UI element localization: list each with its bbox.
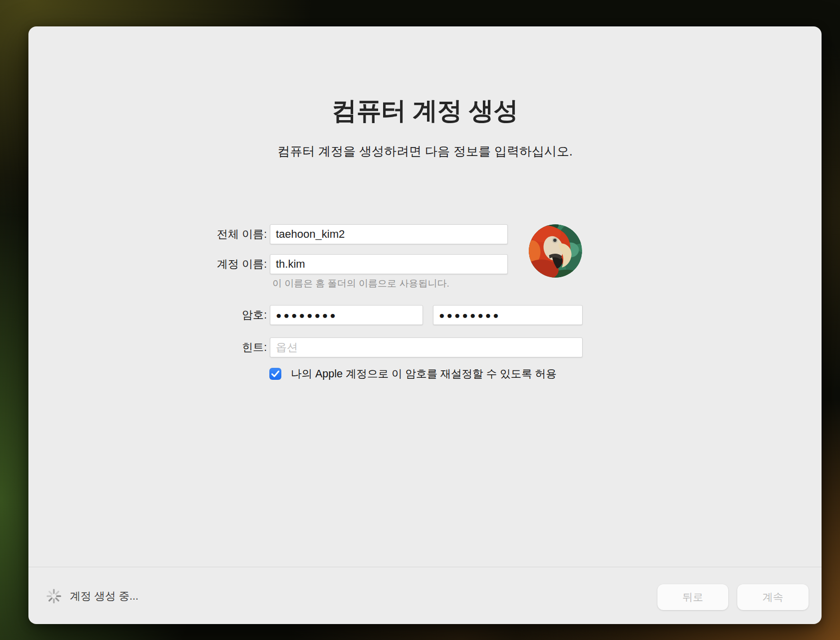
back-button[interactable]: 뒤로 <box>657 584 728 610</box>
setup-assistant-window: 컴퓨터 계정 생성 컴퓨터 계정을 생성하려면 다음 정보를 입력하십시오. 전… <box>28 26 822 624</box>
verify-password-input[interactable] <box>433 305 583 325</box>
full-name-input[interactable] <box>270 224 508 244</box>
apple-reset-checkbox-label[interactable]: 나의 Apple 계정으로 이 암호를 재설정할 수 있도록 허용 <box>291 367 557 380</box>
hint-label: 힌트: <box>147 337 267 357</box>
checkmark-icon <box>269 368 281 380</box>
hint-input[interactable] <box>270 337 583 357</box>
progress-spinner-icon <box>45 588 62 605</box>
page-title: 컴퓨터 계정 생성 <box>28 94 822 128</box>
page-subtitle: 컴퓨터 계정을 생성하려면 다음 정보를 입력하십시오. <box>28 143 822 160</box>
continue-button[interactable]: 계속 <box>737 584 809 610</box>
apple-reset-checkbox[interactable] <box>269 368 281 380</box>
account-name-helper-text: 이 이름은 홈 폴더의 이름으로 사용됩니다. <box>272 277 449 290</box>
user-avatar-parrot[interactable] <box>529 224 582 278</box>
password-label: 암호: <box>147 305 267 325</box>
account-name-input[interactable] <box>270 254 508 274</box>
account-name-label: 계정 이름: <box>147 254 267 274</box>
full-name-label: 전체 이름: <box>147 224 267 244</box>
parrot-avatar-image <box>529 224 582 278</box>
status-text: 계정 생성 중... <box>70 590 138 603</box>
password-input[interactable] <box>270 305 423 325</box>
footer-bar: 계정 생성 중... 뒤로 계속 <box>28 567 822 624</box>
